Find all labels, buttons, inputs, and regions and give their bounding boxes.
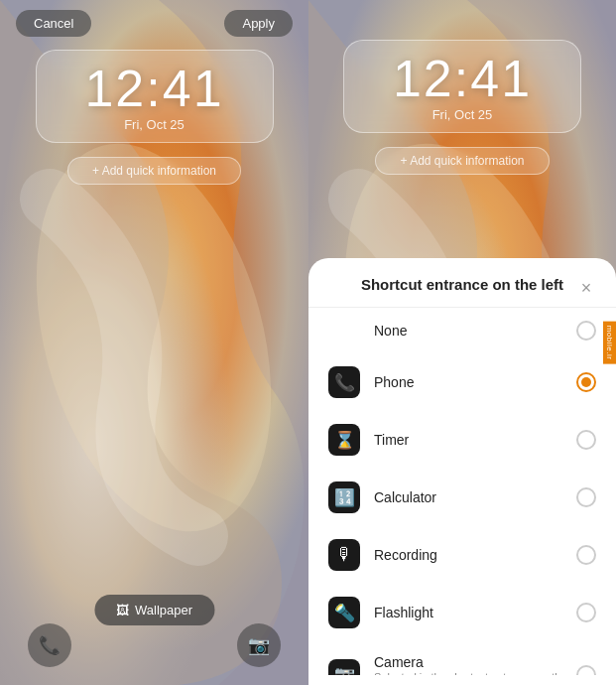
shortcut-text-camera: Camera Selected in the shortcut entrance… xyxy=(374,654,576,675)
shortcut-name-calculator: Calculator xyxy=(374,489,576,505)
calculator-icon: 🔢 xyxy=(328,481,360,513)
modal-close-button[interactable]: × xyxy=(572,274,600,302)
shortcut-item-flashlight[interactable]: 🔦 Flashlight xyxy=(308,584,616,641)
shortcut-item-timer[interactable]: ⌛ Timer xyxy=(308,411,616,469)
watermark: mobile.ir xyxy=(603,322,616,364)
right-quick-info-button[interactable]: + Add quick information xyxy=(375,147,549,175)
timer-icon: ⌛ xyxy=(328,424,360,456)
bottom-bar: 📞 📷 xyxy=(0,623,308,667)
wallpaper-icon: 🖼 xyxy=(116,603,129,617)
shortcut-modal: Shortcut entrance on the left × None 📞 P… xyxy=(308,258,616,685)
radio-none[interactable] xyxy=(576,321,596,341)
apply-button[interactable]: Apply xyxy=(224,10,293,37)
shortcut-name-flashlight: Flashlight xyxy=(374,605,576,620)
shortcut-list: None 📞 Phone ⌛ Timer 🔢 Calculator xyxy=(308,308,616,675)
shortcut-item-none[interactable]: None xyxy=(308,308,616,353)
shortcut-name-none: None xyxy=(374,323,576,339)
flashlight-icon: 🔦 xyxy=(328,597,360,628)
modal-title: Shortcut entrance on the left xyxy=(361,276,563,293)
top-bar: Cancel Apply xyxy=(0,10,308,37)
radio-phone[interactable] xyxy=(576,372,596,392)
radio-timer[interactable] xyxy=(576,430,596,450)
camera-icon: 📷 xyxy=(328,659,360,676)
phone-icon: 📞 xyxy=(39,634,61,656)
left-panel: Cancel Apply 12:41 Fri, Oct 25 + Add qui… xyxy=(0,0,308,685)
shortcut-name-camera: Camera xyxy=(374,654,576,670)
radio-calculator[interactable] xyxy=(576,487,596,507)
phone-shortcut-button[interactable]: 📞 xyxy=(28,623,71,667)
right-date-display: Fri, Oct 25 xyxy=(376,107,549,122)
radio-flashlight[interactable] xyxy=(576,603,596,622)
right-time-display: 12:41 xyxy=(376,53,549,104)
right-time-container: 12:41 Fri, Oct 25 xyxy=(343,40,581,133)
shortcut-name-recording: Recording xyxy=(374,547,576,563)
radio-camera[interactable] xyxy=(576,665,596,676)
time-container: 12:41 Fri, Oct 25 xyxy=(36,50,274,143)
shortcut-text-none: None xyxy=(374,323,576,339)
shortcut-text-timer: Timer xyxy=(374,432,576,448)
camera-icon: 📷 xyxy=(248,634,270,656)
phone-icon: 📞 xyxy=(328,366,360,398)
modal-header: Shortcut entrance on the left × xyxy=(308,276,616,308)
recording-icon: 🎙 xyxy=(328,539,360,571)
time-display: 12:41 xyxy=(68,63,241,114)
radio-recording[interactable] xyxy=(576,545,596,565)
right-panel: 12:41 Fri, Oct 25 + Add quick informatio… xyxy=(308,0,616,685)
cancel-button[interactable]: Cancel xyxy=(16,10,91,37)
shortcut-text-recording: Recording xyxy=(374,547,576,563)
date-display: Fri, Oct 25 xyxy=(68,117,241,132)
shortcut-text-calculator: Calculator xyxy=(374,489,576,505)
wallpaper-label: Wallpaper xyxy=(135,603,192,617)
wallpaper-button[interactable]: 🖼 Wallpaper xyxy=(94,595,214,625)
shortcut-item-phone[interactable]: 📞 Phone xyxy=(308,353,616,411)
shortcut-name-phone: Phone xyxy=(374,374,576,390)
shortcut-item-recording[interactable]: 🎙 Recording xyxy=(308,526,616,584)
shortcut-text-phone: Phone xyxy=(374,374,576,390)
shortcut-text-flashlight: Flashlight xyxy=(374,605,576,620)
camera-shortcut-button[interactable]: 📷 xyxy=(237,623,281,667)
lock-screen-content: 12:41 Fri, Oct 25 + Add quick informatio… xyxy=(0,50,308,185)
quick-info-button[interactable]: + Add quick information xyxy=(67,157,241,185)
shortcut-name-timer: Timer xyxy=(374,432,576,448)
shortcut-item-calculator[interactable]: 🔢 Calculator xyxy=(308,469,616,526)
shortcut-sub-camera: Selected in the shortcut entrance on the… xyxy=(374,671,576,675)
shortcut-item-camera[interactable]: 📷 Camera Selected in the shortcut entran… xyxy=(308,641,616,675)
right-lock-content: 12:41 Fri, Oct 25 + Add quick informatio… xyxy=(308,40,616,175)
